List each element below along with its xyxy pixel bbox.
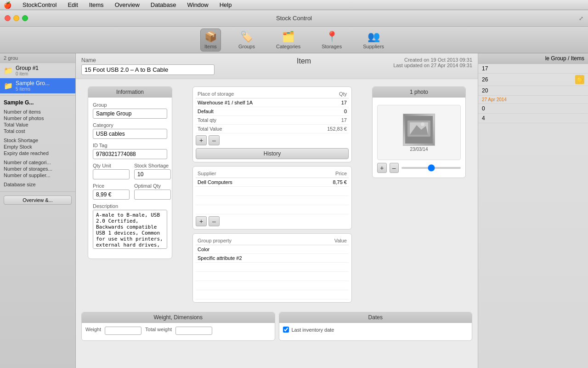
minimize-button[interactable] (13, 15, 19, 21)
table-row (196, 196, 349, 205)
table-row: Warehouse #1 / shelf 1A 17 (196, 98, 349, 107)
sample-group-count: 5 items (16, 86, 50, 92)
supplier-section: Supplier Price Dell Computers 8,75 € (192, 166, 352, 230)
total-qty-value: 17 (305, 116, 349, 125)
stats-num-categories[interactable]: Number of categori... (4, 159, 72, 166)
group-label: Group (93, 102, 167, 108)
toolbar-suppliers-button[interactable]: 👥 Suppliers (359, 29, 388, 51)
storage-section: Place of storage Qty Warehouse #1 / shel… (192, 86, 352, 162)
photo-tab-header: 1 photo (373, 87, 465, 98)
storage-add-button[interactable]: + (196, 135, 207, 145)
sidebar-item-group1[interactable]: 📁 Group #1 0 item (0, 63, 75, 78)
main-section: Information Group Category ID Tag (76, 79, 478, 310)
menu-stockcontrol[interactable]: StockControl (21, 1, 58, 8)
toolbar-groups-button[interactable]: 🏷️ Groups (235, 29, 259, 51)
category-field: Category (93, 122, 167, 139)
table-row-total-value: Total Value 152,83 € (196, 125, 349, 133)
stats-num-items[interactable]: Number of items (4, 109, 72, 115)
table-row (196, 205, 349, 214)
menu-items[interactable]: Items (87, 1, 106, 8)
toolbar-items-button[interactable]: 📦 Items (200, 29, 221, 52)
prop-color: Color (196, 245, 310, 254)
supplier-col-price: Price (300, 169, 349, 178)
items-icon: 📦 (204, 31, 217, 43)
stats-stock-shortage[interactable]: Stock Shortage (4, 137, 72, 144)
stock-shortage-col: Stock Shortage (134, 163, 171, 179)
photo-slider[interactable] (401, 167, 461, 169)
list-item: 20 (478, 86, 588, 96)
photo-remove-button[interactable]: – (390, 163, 399, 173)
weight-dimensions-tab: Weight, Dimensions Weight Total weight (81, 312, 275, 341)
stats-num-storages[interactable]: Number of storages... (4, 166, 72, 172)
stats-db-size[interactable]: Database size (4, 181, 72, 188)
menu-database[interactable]: Database (149, 1, 178, 8)
sidebar: 2 grou 📁 Group #1 0 item 📁 Sample Gro...… (0, 53, 76, 368)
qty-unit-input[interactable] (93, 169, 130, 179)
stock-shortage-input[interactable] (134, 169, 171, 179)
close-button[interactable] (5, 15, 11, 21)
stats-expiry[interactable]: Expiry date reached (4, 150, 72, 156)
history-button[interactable]: History (196, 148, 349, 159)
sidebar-item-sample-group[interactable]: 📁 Sample Gro... 5 items (0, 78, 75, 93)
prop-col-value: Value (310, 236, 349, 245)
right-val-6: 4 (482, 115, 485, 121)
svg-point-4 (421, 122, 424, 126)
right-col-header: le Group / Items (478, 53, 588, 64)
stats-total-value[interactable]: Total Value (4, 121, 72, 128)
group-property-table: Group property Value Color Sp (196, 236, 349, 299)
photo-thumbnail[interactable] (403, 114, 435, 146)
storage-remove-button[interactable]: – (209, 135, 220, 145)
storage-col-qty: Qty (305, 90, 349, 98)
expand-icon[interactable]: ⤢ (579, 15, 583, 22)
item-name-input[interactable] (81, 64, 215, 75)
stats-num-photos[interactable]: Number of photos (4, 115, 72, 121)
supplier-remove-button[interactable]: – (209, 216, 220, 226)
toolbar-storages-button[interactable]: 📍 Storages (318, 29, 345, 51)
price-input[interactable] (93, 190, 130, 200)
total-qty-label: Total qty (196, 116, 305, 125)
storage-place-1: Warehouse #1 / shelf 1A (196, 98, 305, 107)
last-inventory-checkbox[interactable] (283, 327, 289, 333)
right-val-3: 20 (482, 87, 488, 94)
folder-icon-2: 📁 (4, 81, 13, 90)
weight-label: Weight (85, 327, 101, 335)
group-input[interactable] (93, 109, 167, 119)
categories-label: Categories (276, 44, 300, 49)
description-field: Description A-male to B-male, USB 2.0 Ce… (93, 203, 167, 250)
created-date: Created on 19 Oct 2013 09:31 (393, 57, 472, 63)
mid-column: Place of storage Qty Warehouse #1 / shel… (184, 79, 360, 310)
photo-image (405, 116, 433, 144)
optimal-qty-input[interactable] (134, 190, 171, 200)
stats-empty-stock[interactable]: Empty Stock (4, 144, 72, 150)
list-item: 4 (478, 114, 588, 123)
overview-button[interactable]: Overview &... (4, 196, 72, 205)
list-item: 26 🟡 (478, 74, 588, 86)
menu-help[interactable]: Help (218, 1, 234, 8)
stats-total-cost[interactable]: Total cost (4, 128, 72, 134)
stats-num-suppliers[interactable]: Number of supplier... (4, 172, 72, 178)
id-tag-field: ID Tag (93, 143, 167, 159)
prop-col-property: Group property (196, 236, 310, 245)
apple-logo-icon: 🍎 (4, 1, 11, 9)
supplier-col-name: Supplier (196, 169, 300, 178)
photo-date: 23/03/14 (410, 147, 428, 152)
categories-icon: 🗂️ (282, 31, 294, 43)
photo-add-button[interactable]: + (377, 163, 387, 173)
supplier-add-button[interactable]: + (196, 216, 207, 226)
id-tag-input[interactable] (93, 149, 167, 159)
photo-thumb-container: 23/03/14 (403, 114, 435, 152)
description-textarea[interactable]: A-male to B-male, USB 2.0 Certified, Bac… (93, 210, 167, 249)
weight-input[interactable] (105, 327, 141, 335)
category-input[interactable] (93, 129, 167, 139)
table-row-total: Total qty 17 (196, 116, 349, 125)
menu-window[interactable]: Window (185, 1, 210, 8)
maximize-button[interactable] (22, 15, 28, 21)
menu-overview[interactable]: Overview (113, 1, 141, 8)
toolbar-categories-button[interactable]: 🗂️ Categories (272, 29, 304, 51)
menu-edit[interactable]: Edit (66, 1, 79, 8)
items-label: Items (204, 44, 217, 49)
bottom-section: Weight, Dimensions Weight Total weight D… (76, 310, 478, 346)
total-weight-input[interactable] (175, 327, 212, 335)
toolbar: 📦 Items 🏷️ Groups 🗂️ Categories 📍 Storag… (0, 27, 588, 53)
storage-place-2: Default (196, 107, 305, 116)
